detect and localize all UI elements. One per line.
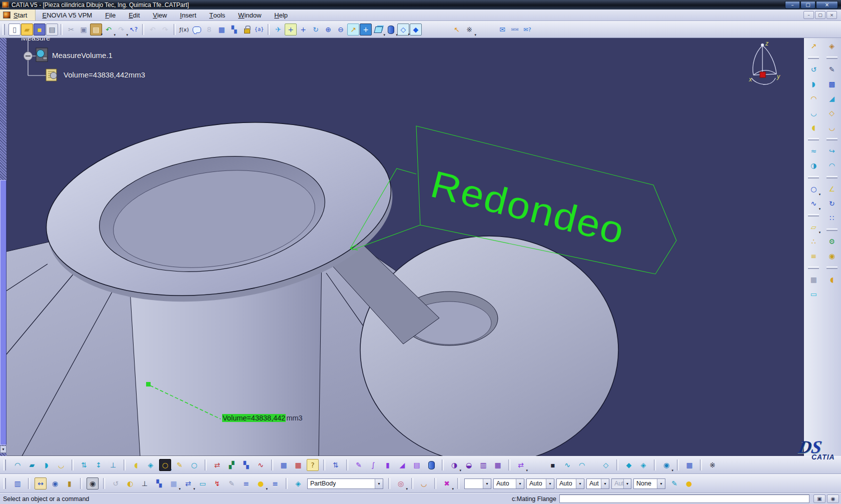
paste-icon[interactable]: ▤▾	[90, 24, 102, 36]
gear-design-icon[interactable]: ⚙	[826, 236, 838, 248]
mdi-restore-button[interactable]: ▢	[815, 11, 825, 19]
axis-system-icon[interactable]: ⊥	[139, 478, 151, 490]
redo-with-history-icon[interactable]: ↷	[159, 24, 171, 36]
viewport-scrollbar-track[interactable]: ▼	[0, 38, 7, 456]
scrollbar-down-arrow[interactable]: ▼	[0, 446, 7, 453]
zoom-in-icon[interactable]: ⊕	[322, 24, 334, 36]
line-color-combo[interactable]: ▾	[464, 478, 491, 489]
measure-inertia-icon[interactable]: ▮	[64, 478, 76, 490]
dialog-notify-icon[interactable]: ◉	[827, 494, 839, 503]
menu-view[interactable]: View	[147, 10, 174, 20]
tree-expand-icon[interactable]: ▚	[153, 478, 165, 490]
manipulate-icon[interactable]: ◐	[124, 478, 136, 490]
lock-icon[interactable]	[241, 24, 253, 36]
fill-surface-icon[interactable]: ◖	[807, 122, 819, 134]
new-document-icon[interactable]: ▯	[9, 24, 21, 36]
bump-icon[interactable]: ◖	[130, 459, 142, 471]
grid-pick-icon[interactable]: ▦	[683, 459, 695, 471]
iso-view-icon[interactable]: ▾	[372, 24, 384, 36]
comment-pen-icon[interactable]: ✎	[226, 478, 238, 490]
title-bar[interactable]: CATIA V5 - [Pieza cilindrica Dibujo Tec,…	[0, 0, 841, 10]
disabled-combo[interactable]: Aut▾	[611, 478, 631, 489]
power-input-expand-icon[interactable]: ▣	[813, 494, 825, 503]
planar-patch-icon[interactable]: ▰	[26, 459, 38, 471]
freestyle-patch-icon[interactable]: ◠	[12, 459, 24, 471]
tree-leaf-label[interactable]: Volume=43838,442mm3	[64, 70, 145, 79]
rotate-icon[interactable]: ↻	[310, 24, 322, 36]
face-pick-icon[interactable]: ◆	[623, 459, 635, 471]
toolbar-drag-handle[interactable]	[4, 460, 6, 470]
toolbar-drag-handle[interactable]	[826, 228, 837, 231]
mail-help-icon[interactable]: ✉?	[521, 24, 533, 36]
specs-view-icon[interactable]: ▥	[12, 478, 24, 490]
active-body-combo[interactable]: PartBody ▾	[307, 478, 383, 489]
cylinder-pad-icon[interactable]	[425, 459, 437, 471]
knowledge-table-icon[interactable]: ▦	[278, 459, 290, 471]
mdi-close-button[interactable]: ×	[826, 11, 837, 19]
sketcher-icon[interactable]: ✎	[353, 459, 365, 471]
design-table-icon[interactable]: ▦	[216, 24, 228, 36]
update-icon[interactable]: ↯	[211, 478, 223, 490]
select-arrow-icon[interactable]: ↖	[451, 24, 463, 36]
apply-material-brush-icon[interactable]: ✎	[668, 478, 680, 490]
power-copy-icon[interactable]: ◉	[826, 250, 838, 262]
sketch-point-icon[interactable]: ▪	[547, 459, 559, 471]
line-weight-combo[interactable]: Auto▾	[526, 478, 554, 489]
pan-icon[interactable]: +	[297, 24, 309, 36]
menu-enovia-v5-vpm[interactable]: ENOVIA V5 VPM	[36, 10, 99, 20]
polyline-icon[interactable]: ∴	[807, 236, 819, 248]
curve-slope-icon[interactable]: ∠	[826, 183, 838, 195]
layer-combo[interactable]: None▾	[633, 478, 665, 489]
gyroscope-icon[interactable]: ◉▾	[660, 459, 672, 471]
extrapolate-surface-icon[interactable]: ↗	[807, 40, 819, 52]
hide-show-icon[interactable]: ◇▾	[397, 24, 409, 36]
sketch-tracer-icon[interactable]: ✎	[826, 64, 838, 76]
draft-analysis-icon[interactable]: ▞	[226, 459, 238, 471]
groove-icon[interactable]: ◒	[463, 459, 475, 471]
toolbar-drag-handle[interactable]	[808, 214, 819, 216]
develop-curve-icon[interactable]: ↪	[826, 145, 838, 157]
multi-pad-icon[interactable]: ▤	[411, 459, 423, 471]
undo-icon[interactable]: ↶▾	[103, 24, 115, 36]
mdi-minimize-button[interactable]: –	[803, 11, 814, 19]
paste-special-icon[interactable]: ◎▾	[395, 478, 407, 490]
send-mail-icon[interactable]: ✉	[496, 24, 508, 36]
render-combo[interactable]: Aut▾	[586, 478, 609, 489]
styling-fillet-icon[interactable]: ◠	[826, 160, 838, 172]
volume-measure-label[interactable]: Volume=43838,442mm3	[222, 414, 303, 422]
sketch-solving-status-icon[interactable]: ✖▾	[441, 478, 453, 490]
ellipse-patch-icon[interactable]: ○	[188, 459, 200, 471]
deviation-analysis-icon[interactable]: ◇	[826, 107, 838, 119]
formula-icon[interactable]: ƒ(x)	[178, 24, 190, 36]
relations-icon[interactable]: {a}	[253, 24, 265, 36]
multi-section-surface-icon[interactable]: ≈	[807, 145, 819, 157]
offset-patch-icon[interactable]: ◡	[55, 459, 67, 471]
parameters-icon[interactable]: 8	[203, 24, 215, 36]
menu-file[interactable]: File	[99, 10, 122, 20]
tree-root-label[interactable]: Measure	[21, 38, 50, 42]
bump-deform-icon[interactable]: ◡	[826, 122, 838, 134]
material-ball-icon[interactable]: ●	[683, 478, 695, 490]
curvature-analysis-icon[interactable]: ▚	[240, 459, 252, 471]
redo-icon[interactable]: ↷▾	[115, 24, 127, 36]
catalog-transfer-icon[interactable]: ⇅	[330, 459, 342, 471]
menu-tools[interactable]: Tools	[203, 10, 232, 20]
minimize-button[interactable]: –	[785, 1, 800, 9]
measure-between-icon[interactable]: ↔	[35, 478, 47, 490]
circle-icon[interactable]: ○▾	[807, 183, 819, 195]
menu-start[interactable]: Start	[0, 10, 36, 20]
menu-window[interactable]: Window	[232, 10, 268, 20]
whats-this-icon[interactable]: ↖?	[128, 24, 140, 36]
flange-disk-face[interactable]	[360, 236, 618, 456]
comment-bubble-icon[interactable]	[191, 24, 203, 36]
measure-item-icon[interactable]: ◉	[49, 478, 61, 490]
swap-visible-space-icon[interactable]: ◆	[410, 24, 422, 36]
hole-frame-icon[interactable]: ○▾	[159, 459, 171, 471]
symmetry-icon[interactable]: ⇅	[78, 459, 90, 471]
delete-table-icon[interactable]: ▦	[292, 459, 304, 471]
viewport-3d[interactable]: z x y Measure MeasureVolume.1 Volume=4	[0, 38, 804, 456]
toolbar-drag-handle[interactable]	[826, 138, 837, 140]
wrap-curve-icon[interactable]: ◈	[145, 459, 157, 471]
pad-icon[interactable]: ▮	[382, 459, 394, 471]
prism-pick-icon[interactable]: ◇	[600, 459, 612, 471]
